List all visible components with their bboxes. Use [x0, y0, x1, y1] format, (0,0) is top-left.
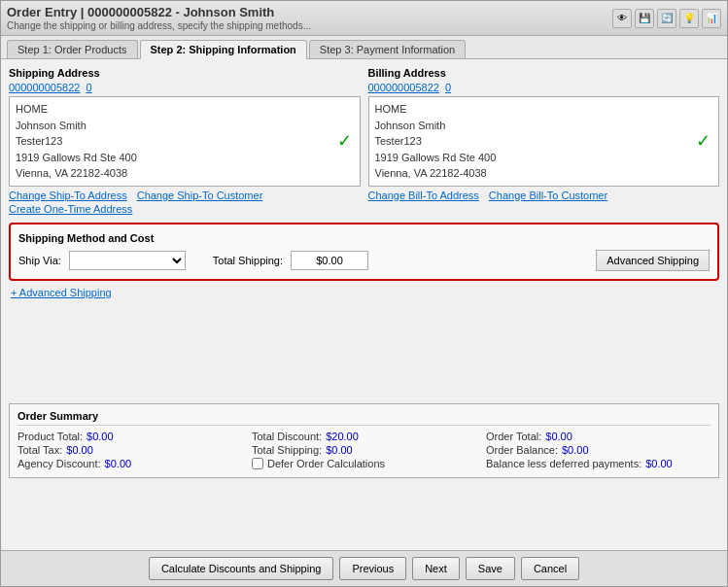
- billing-id-link[interactable]: 000000005822: [368, 82, 439, 93]
- tab-order-products[interactable]: Step 1: Order Products: [7, 40, 138, 58]
- footer: Calculate Discounts and Shipping Previou…: [1, 550, 727, 586]
- summary-col-2: Total Discount: $20.00 Total Shipping: $…: [252, 431, 476, 471]
- save-icon[interactable]: 💾: [635, 9, 654, 28]
- order-total-label: Order Total:: [486, 431, 541, 442]
- summary-total-shipping-label: Total Shipping:: [252, 444, 322, 456]
- shipping-address-box: HOME Johnson Smith Tester123 1919 Gallow…: [9, 96, 361, 187]
- total-discount-row: Total Discount: $20.00: [252, 431, 476, 442]
- total-tax-row: Total Tax: $0.00: [17, 444, 242, 456]
- balance-deferred-value: $0.00: [645, 458, 673, 469]
- order-total-row: Order Total: $0.00: [486, 431, 711, 442]
- addresses-row: Shipping Address 000000005822 0 HOME Joh…: [9, 67, 719, 215]
- balance-deferred-row: Balance less deferred payments: $0.00: [486, 458, 711, 469]
- title-left: Order Entry | 000000005822 - Johnson Smi…: [7, 5, 311, 31]
- billing-id-link2[interactable]: 0: [445, 82, 451, 93]
- balance-deferred-label: Balance less deferred payments:: [486, 458, 641, 469]
- agency-discount-value: $0.00: [105, 458, 132, 469]
- shipping-checkmark: ✓: [337, 128, 352, 155]
- shipping-address-section: Shipping Address 000000005822 0 HOME Joh…: [9, 67, 361, 215]
- shipping-method-title: Shipping Method and Cost: [18, 232, 710, 244]
- change-bill-to-customer-link[interactable]: Change Bill-To Customer: [489, 190, 607, 201]
- agency-discount-row: Agency Discount: $0.00: [17, 458, 242, 469]
- shipping-id-link[interactable]: 000000005822: [9, 82, 80, 93]
- ship-via-select[interactable]: [69, 251, 186, 270]
- order-total-value: $0.00: [545, 431, 572, 442]
- light-icon[interactable]: 💡: [679, 9, 699, 28]
- total-shipping-label: Total Shipping:: [213, 255, 283, 266]
- advanced-shipping-link[interactable]: + Advanced Shipping: [11, 287, 112, 298]
- total-shipping-input[interactable]: [291, 251, 368, 270]
- summary-col-1: Product Total: $0.00 Total Tax: $0.00 Ag…: [17, 431, 242, 471]
- summary-total-shipping-row: Total Shipping: $0.00: [252, 444, 476, 456]
- billing-address-links: Change Bill-To Address Change Bill-To Cu…: [368, 190, 720, 201]
- order-balance-row: Order Balance: $0.00: [486, 444, 711, 456]
- defer-label: Defer Order Calculations: [267, 458, 385, 469]
- toolbar-icons: 👁 💾 🔄 💡 📊: [612, 9, 721, 28]
- product-total-row: Product Total: $0.00: [17, 431, 242, 442]
- view-icon[interactable]: 👁: [612, 9, 632, 28]
- advanced-shipping-button[interactable]: Advanced Shipping: [596, 250, 710, 271]
- shipping-id-link2[interactable]: 0: [86, 82, 91, 93]
- titlebar: Order Entry | 000000005822 - Johnson Smi…: [1, 1, 727, 36]
- billing-address-box: HOME Johnson Smith Tester123 1919 Gallow…: [368, 96, 720, 187]
- defer-row: Defer Order Calculations: [252, 458, 476, 469]
- total-tax-value: $0.00: [66, 444, 93, 456]
- total-tax-label: Total Tax:: [17, 444, 62, 456]
- next-button[interactable]: Next: [412, 557, 460, 580]
- advanced-link-row: + Advanced Shipping: [9, 287, 719, 298]
- previous-button[interactable]: Previous: [339, 557, 406, 580]
- product-total-label: Product Total:: [17, 431, 83, 442]
- window-title: Order Entry | 000000005822 - Johnson Smi…: [7, 5, 311, 19]
- summary-total-shipping-value: $0.00: [326, 444, 353, 456]
- calculate-discounts-button[interactable]: Calculate Discounts and Shipping: [149, 557, 334, 580]
- order-summary: Order Summary Product Total: $0.00 Total…: [9, 403, 719, 478]
- save-button[interactable]: Save: [466, 557, 515, 580]
- tabs-row: Step 1: Order Products Step 2: Shipping …: [1, 36, 727, 59]
- summary-col-3: Order Total: $0.00 Order Balance: $0.00 …: [486, 431, 711, 471]
- order-balance-label: Order Balance:: [486, 444, 558, 456]
- billing-address-label: Billing Address: [368, 67, 720, 79]
- window-subtitle: Change the shipping or billing address, …: [7, 20, 311, 31]
- order-summary-title: Order Summary: [17, 410, 711, 426]
- billing-address-section: Billing Address 000000005822 0 HOME John…: [368, 67, 720, 215]
- shipping-id-row: 000000005822 0: [9, 82, 361, 93]
- tab-shipping-information[interactable]: Step 2: Shipping Information: [140, 40, 307, 59]
- billing-checkmark: ✓: [696, 128, 711, 155]
- order-balance-value: $0.00: [562, 444, 589, 456]
- ship-via-row: Ship Via: Total Shipping: Advanced Shipp…: [18, 250, 710, 271]
- refresh-icon[interactable]: 🔄: [657, 9, 676, 28]
- billing-address-text: HOME Johnson Smith Tester123 1919 Gallow…: [375, 103, 497, 179]
- shipping-address-links: Change Ship-To Address Change Ship-To Cu…: [9, 190, 361, 201]
- shipping-method-box: Shipping Method and Cost Ship Via: Total…: [9, 223, 719, 281]
- agency-discount-label: Agency Discount:: [17, 458, 101, 469]
- create-one-time-address-link[interactable]: Create One-Time Address: [9, 203, 132, 215]
- spacer: [9, 298, 719, 396]
- change-ship-to-customer-link[interactable]: Change Ship-To Customer: [137, 190, 263, 201]
- main-window: Order Entry | 000000005822 - Johnson Smi…: [0, 0, 728, 587]
- main-content: Shipping Address 000000005822 0 HOME Joh…: [1, 59, 727, 550]
- shipping-address-label: Shipping Address: [9, 67, 361, 79]
- change-ship-to-address-link[interactable]: Change Ship-To Address: [9, 190, 127, 201]
- total-discount-label: Total Discount:: [252, 431, 322, 442]
- billing-id-row: 000000005822 0: [368, 82, 720, 93]
- ship-via-label: Ship Via:: [18, 255, 61, 266]
- report-icon[interactable]: 📊: [702, 9, 721, 28]
- summary-grid: Product Total: $0.00 Total Tax: $0.00 Ag…: [17, 431, 711, 471]
- cancel-button[interactable]: Cancel: [521, 557, 579, 580]
- shipping-address-text: HOME Johnson Smith Tester123 1919 Gallow…: [16, 103, 137, 179]
- defer-checkbox[interactable]: [252, 458, 263, 469]
- change-bill-to-address-link[interactable]: Change Bill-To Address: [368, 190, 479, 201]
- product-total-value: $0.00: [87, 431, 114, 442]
- total-discount-value: $20.00: [326, 431, 359, 442]
- tab-payment-information[interactable]: Step 3: Payment Information: [309, 40, 466, 58]
